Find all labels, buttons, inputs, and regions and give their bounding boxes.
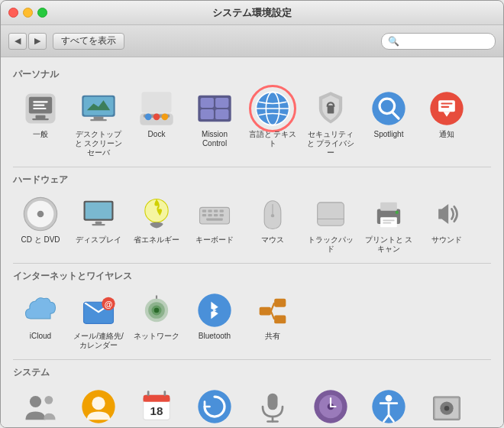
icon-mouse [253, 194, 292, 234]
icon-item-mission-control[interactable]: Mission Control [187, 86, 242, 160]
icon-item-network[interactable]: ネットワーク [129, 287, 184, 353]
icon-item-desktop[interactable]: デスクトップと スクリーンセーバ [71, 86, 126, 160]
icon-item-software-update[interactable]: ソフトウェア アップデート [187, 384, 242, 427]
icon-item-bluetooth[interactable]: Bluetooth [187, 287, 242, 353]
svg-rect-47 [214, 214, 218, 216]
svg-rect-81 [144, 398, 170, 401]
svg-point-85 [198, 390, 231, 423]
icon-item-parental[interactable]: ペアレンタル コントロール [71, 384, 126, 427]
icon-spotlight [369, 89, 409, 128]
icon-label-general: 一般 [33, 130, 48, 139]
icon-item-timemachine[interactable]: Time Machine [303, 384, 358, 427]
svg-line-74 [271, 311, 274, 319]
section-title-system: システム [13, 366, 491, 379]
icon-item-accessibility[interactable]: アクセシビリティ [361, 384, 416, 427]
svg-rect-57 [383, 220, 394, 222]
section-hardware: ハードウェア CD と DVD ディスプレイ 省エネルギー キーボード [13, 173, 491, 264]
icon-label-sound: サウンド [431, 235, 462, 245]
icon-item-startup[interactable]: 起動ディスク [419, 384, 474, 427]
svg-rect-9 [142, 92, 172, 112]
svg-point-33 [37, 211, 44, 218]
show-all-button[interactable]: すべてを表示 [53, 33, 124, 50]
icon-item-datetime[interactable]: 18 日付と時刻 [129, 384, 184, 427]
svg-point-24 [372, 92, 405, 125]
svg-rect-49 [206, 218, 223, 220]
icon-item-energy[interactable]: 省エネルギー [129, 191, 184, 257]
section-divider-0 [13, 167, 491, 167]
svg-point-99 [444, 406, 450, 411]
icon-item-users[interactable]: ユーザと グループ [13, 384, 68, 427]
section-divider-1 [13, 263, 491, 264]
icon-item-print[interactable]: プリントと スキャン [361, 191, 416, 257]
icon-bluetooth [195, 290, 234, 330]
icon-label-sharing: 共有 [265, 332, 280, 341]
svg-rect-2 [36, 115, 46, 118]
icon-mail: @ [79, 290, 118, 330]
icon-item-notifications[interactable]: 通知 [419, 86, 474, 160]
icon-cd-dvd [21, 194, 60, 234]
svg-rect-71 [260, 307, 271, 316]
icon-label-bluetooth: Bluetooth [199, 332, 231, 341]
svg-rect-58 [383, 222, 391, 224]
icon-label-mail: メール/連絡先/ カレンダー [73, 332, 124, 350]
icon-accessibility [369, 387, 409, 426]
system-preferences-window: システム環境設定 ◀ ▶ すべてを表示 🔍 パーソナル 一般 デスクトップと ス… [0, 0, 504, 428]
icon-item-security[interactable]: セキュリティと プライバシー [303, 86, 358, 160]
search-box[interactable]: 🔍 [381, 33, 496, 50]
icon-item-speech[interactable]: 音声入力と 読み上げ [245, 384, 300, 427]
icon-item-dock[interactable]: Dock [129, 86, 184, 160]
icon-trackpad [311, 194, 351, 234]
minimize-button[interactable] [23, 8, 33, 18]
icon-item-trackpad[interactable]: トラックパッド [303, 191, 358, 257]
icon-item-language[interactable]: 言語と テキスト [245, 86, 300, 160]
toolbar: ◀ ▶ すべてを表示 🔍 [1, 25, 503, 57]
maximize-button[interactable] [37, 8, 47, 18]
svg-point-78 [92, 397, 105, 410]
svg-rect-41 [202, 210, 206, 212]
forward-button[interactable]: ▶ [28, 33, 47, 50]
icon-item-icloud[interactable]: iCloud [13, 287, 68, 353]
svg-line-73 [271, 303, 274, 311]
preferences-content: パーソナル 一般 デスクトップと スクリーンセーバ Dock Missio [1, 57, 503, 427]
svg-rect-38 [92, 224, 105, 225]
icon-item-spotlight[interactable]: Spotlight [361, 86, 416, 160]
icon-item-sharing[interactable]: 共有 [245, 287, 300, 353]
svg-rect-29 [441, 102, 452, 104]
svg-rect-23 [328, 105, 334, 114]
icon-item-keyboard[interactable]: キーボード [187, 191, 242, 257]
svg-rect-18 [215, 109, 228, 119]
icon-item-sound[interactable]: サウンド [419, 191, 474, 257]
icon-item-mouse[interactable]: マウス [245, 191, 300, 257]
close-button[interactable] [8, 8, 18, 18]
svg-point-51 [271, 214, 274, 217]
icon-label-network: ネットワーク [134, 332, 179, 341]
svg-rect-15 [201, 98, 214, 108]
icon-label-energy: 省エネルギー [134, 235, 179, 245]
icon-label-cd-dvd: CD と DVD [21, 235, 60, 245]
titlebar: システム環境設定 [1, 1, 503, 25]
icon-label-mission-control: Mission Control [189, 130, 241, 148]
icon-item-displays[interactable]: ディスプレイ [71, 191, 126, 257]
svg-rect-5 [84, 97, 114, 115]
icon-item-cd-dvd[interactable]: CD と DVD [13, 191, 68, 257]
svg-rect-30 [441, 106, 449, 108]
icon-language [253, 89, 292, 128]
back-button[interactable]: ◀ [8, 33, 27, 50]
icon-item-general[interactable]: 一般 [13, 86, 68, 160]
svg-rect-72 [274, 316, 286, 324]
svg-rect-44 [220, 210, 224, 212]
svg-rect-16 [215, 98, 228, 108]
icons-grid-system: ユーザと グループ ペアレンタル コントロール 18 日付と時刻 ソフトウェア … [13, 384, 491, 427]
svg-rect-7 [90, 119, 107, 121]
svg-rect-45 [202, 214, 206, 216]
svg-point-67 [154, 308, 160, 313]
icon-label-displays: ディスプレイ [76, 235, 121, 245]
icon-notifications [427, 89, 467, 128]
svg-rect-37 [95, 222, 102, 224]
section-title-hardware: ハードウェア [13, 173, 491, 186]
svg-rect-70 [274, 299, 286, 307]
svg-point-12 [153, 114, 160, 121]
icon-item-mail[interactable]: @ メール/連絡先/ カレンダー [71, 287, 126, 353]
svg-point-95 [386, 395, 393, 402]
search-input[interactable] [402, 36, 489, 47]
